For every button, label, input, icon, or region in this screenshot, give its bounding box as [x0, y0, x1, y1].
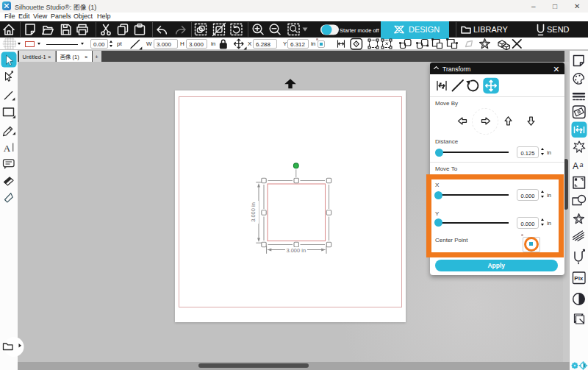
svg-text:A: A	[4, 143, 11, 154]
svg-text:Pix: Pix	[574, 275, 584, 282]
svg-text:A: A	[573, 161, 578, 171]
svg-text:3.000 in: 3.000 in	[250, 202, 257, 222]
svg-text:3.000 in: 3.000 in	[286, 247, 306, 254]
svg-text:a: a	[580, 161, 584, 168]
